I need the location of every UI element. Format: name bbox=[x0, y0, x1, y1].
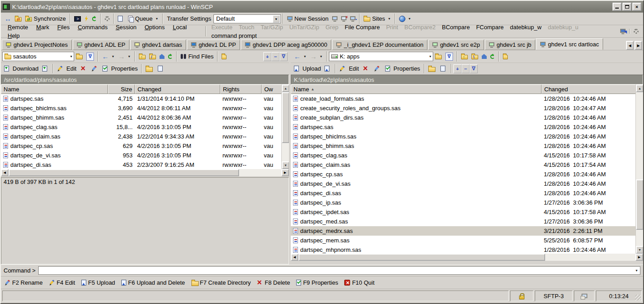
function-key-button[interactable]: F10 Quit bbox=[344, 279, 374, 286]
command-prompt-icon-button[interactable]: ◥ bbox=[618, 29, 627, 34]
tab-scroll-right-button[interactable]: ▶ bbox=[635, 41, 642, 50]
scroll-down-button[interactable]: ▼ bbox=[282, 161, 289, 169]
file-row[interactable]: dartspec_bhimm.sas 1/28/2016 10:24:46 AM bbox=[291, 141, 643, 151]
column-header-name[interactable]: Name bbox=[1, 85, 108, 94]
left-refresh-button[interactable] bbox=[166, 54, 174, 60]
chevron-down-icon[interactable]: ▼ bbox=[635, 269, 638, 272]
file-row[interactable]: dartspec_mhpnorm.sas 1/28/2016 10:24:46 … bbox=[291, 245, 643, 254]
menu-item[interactable]: Session bbox=[111, 23, 140, 31]
custom-command[interactable]: Print bbox=[383, 23, 401, 31]
left-new-directory-button[interactable] bbox=[144, 65, 156, 72]
column-header-changed[interactable]: Changed bbox=[542, 85, 643, 94]
right-horizontal-scrollbar[interactable]: ◀ ▶ bbox=[291, 254, 643, 261]
close-button[interactable]: × bbox=[632, 3, 641, 11]
session-tab[interactable]: ghdev1 ProjectNotes bbox=[2, 40, 72, 50]
right-directory-tree-button[interactable] bbox=[501, 53, 510, 60]
left-open-directory-button[interactable] bbox=[74, 53, 84, 60]
custom-command[interactable]: datebkup_w bbox=[507, 23, 545, 31]
left-directory-tree-button[interactable] bbox=[220, 53, 228, 60]
file-row[interactable]: dartspec_claim.sas 2,438 1/22/2014 9:34:… bbox=[1, 132, 289, 141]
encryption-panel[interactable] bbox=[510, 291, 533, 301]
left-edit-button[interactable]: Edit bbox=[55, 64, 78, 73]
file-row[interactable]: dartspec_di.sas 1/28/2016 10:24:46 AM bbox=[291, 188, 643, 198]
menu-item[interactable]: Commands bbox=[74, 23, 111, 31]
file-row[interactable]: dartspec_ipdet.sas 4/15/2016 10:17:58 AM bbox=[291, 207, 643, 217]
menu-item[interactable]: Local bbox=[169, 23, 191, 31]
scroll-left-button[interactable]: ◀ bbox=[1, 169, 9, 176]
left-select-remove-button[interactable]: − bbox=[271, 52, 280, 61]
left-root-directory-button[interactable]: / bbox=[147, 53, 158, 60]
left-forward-button[interactable]: →▼ bbox=[116, 53, 133, 61]
maximize-button[interactable] bbox=[622, 3, 631, 11]
function-key-button[interactable]: F8 Delete bbox=[257, 279, 290, 286]
file-row[interactable]: dartspec_bhiclms.sas 1/28/2016 10:24:46 … bbox=[291, 132, 643, 141]
right-new-file-button[interactable] bbox=[439, 65, 449, 72]
custom-command[interactable]: Tar/GZip bbox=[258, 23, 286, 31]
right-forward-button[interactable]: →▼ bbox=[308, 53, 324, 61]
function-key-button[interactable]: F6 Upload and Delete bbox=[121, 279, 185, 286]
session-tab[interactable]: ghdev1 src e2p bbox=[428, 40, 484, 50]
disconnect-session-button[interactable]: × bbox=[339, 16, 348, 21]
right-parent-directory-button[interactable]: ↑ bbox=[459, 53, 470, 60]
session-tab[interactable]: _i_ghdev1 E2P documentation bbox=[332, 40, 427, 50]
synchronize-browsing-button[interactable]: ⇄ bbox=[13, 15, 23, 22]
left-vertical-scrollbar[interactable]: ▲ ▼ bbox=[281, 85, 289, 169]
left-directory-dropdown[interactable]: sasautos ▼ bbox=[2, 52, 74, 61]
column-header-size[interactable]: Size bbox=[108, 85, 135, 94]
custom-command[interactable]: File Compare bbox=[342, 23, 383, 31]
file-row[interactable]: dartspec_medrx.sas 3/21/2016 2:26:11 PM bbox=[291, 226, 643, 236]
open-console-button[interactable]: > bbox=[72, 15, 83, 22]
customize-gear-button[interactable] bbox=[632, 28, 640, 35]
left-home-directory-button[interactable] bbox=[158, 53, 166, 60]
right-properties-button[interactable]: Properties bbox=[383, 64, 422, 73]
menu-item[interactable]: Files bbox=[53, 23, 73, 31]
right-root-directory-button[interactable]: \ bbox=[470, 53, 480, 60]
column-header-rights[interactable]: Rights bbox=[220, 85, 262, 94]
download-options-button[interactable] bbox=[40, 65, 51, 72]
right-select-add-button[interactable]: + bbox=[453, 64, 462, 73]
right-path-header[interactable]: K:\dartload\e2p\plans\sasautos bbox=[291, 75, 643, 85]
right-refresh-button[interactable] bbox=[489, 54, 497, 60]
function-key-button[interactable]: F9 Properties bbox=[296, 279, 338, 286]
protocol-panel[interactable]: SFTP-3 bbox=[535, 291, 573, 301]
custom-command[interactable]: FCompare bbox=[473, 23, 506, 31]
file-row[interactable]: dartspec_de_vi.sas 1/28/2016 10:24:46 AM bbox=[291, 179, 643, 188]
command-input[interactable] bbox=[39, 267, 634, 274]
synchronize-button[interactable]: ⇄Synchronize bbox=[23, 14, 68, 23]
scroll-right-button[interactable]: ▶ bbox=[281, 169, 289, 176]
download-button[interactable]: Download bbox=[2, 64, 40, 73]
session-tab[interactable]: ghdev1 DL PP bbox=[187, 40, 240, 50]
find-files-button[interactable]: Find Files bbox=[179, 52, 215, 61]
save-session-button[interactable]: ▪ bbox=[348, 16, 357, 21]
column-header-changed[interactable]: Changed bbox=[135, 85, 220, 94]
session-tab[interactable]: ghdev1 dartsas bbox=[130, 40, 186, 50]
custom-command[interactable]: Touch bbox=[235, 23, 258, 31]
scroll-down-button[interactable]: ▼ bbox=[636, 246, 643, 254]
refresh-session-button[interactable] bbox=[90, 16, 98, 22]
custom-command[interactable]: BCompare bbox=[439, 23, 473, 31]
left-back-button[interactable]: ←▼ bbox=[100, 53, 116, 61]
session-tab[interactable]: ghdev1 DPP aceg ag500000 bbox=[241, 40, 331, 50]
file-row[interactable]: dartspec_cp.sas 629 4/2/2016 3:10:05 PM … bbox=[1, 141, 289, 151]
scroll-right-button[interactable]: ▶ bbox=[635, 254, 643, 261]
right-back-button[interactable]: ←▼ bbox=[292, 53, 308, 61]
function-key-button[interactable]: F5 Upload bbox=[81, 279, 115, 286]
file-row[interactable]: dartspec_cp.sas 1/28/2016 10:24:46 AM bbox=[291, 170, 643, 179]
function-key-button[interactable]: F4 Edit bbox=[49, 279, 75, 286]
custom-command[interactable]: datebkup_u bbox=[545, 23, 582, 31]
right-select-remove-button[interactable]: − bbox=[462, 64, 470, 73]
session-tab[interactable]: ghdev1 src dartloac bbox=[536, 38, 603, 50]
session-tab[interactable]: ghdev1 ADL EP bbox=[73, 40, 129, 50]
left-selection-filter-button[interactable]: ∇ bbox=[280, 52, 288, 61]
file-row[interactable]: dartspec_di.sas 453 2/23/2007 9:16:25 AM… bbox=[1, 160, 289, 169]
file-row[interactable]: dartspec.sas 1/28/2016 10:24:46 AM bbox=[291, 122, 643, 132]
file-row[interactable]: create_subplan_dirs.sas 1/28/2016 10:24:… bbox=[291, 113, 643, 122]
open-in-browser-button[interactable]: ▼ bbox=[397, 15, 413, 23]
left-rename-button[interactable] bbox=[89, 65, 101, 72]
duplicate-session-button[interactable] bbox=[330, 16, 339, 21]
right-drive-dropdown[interactable]: K: apps ▼ bbox=[329, 52, 433, 61]
file-row[interactable]: dartspec_mem.sas 5/25/2016 6:08:57 PM bbox=[291, 236, 643, 245]
custom-command[interactable]: Execute bbox=[208, 23, 235, 31]
menu-item[interactable]: Mark bbox=[32, 23, 53, 31]
file-row[interactable]: create_security_roles_and_groups.sas 1/2… bbox=[291, 103, 643, 113]
